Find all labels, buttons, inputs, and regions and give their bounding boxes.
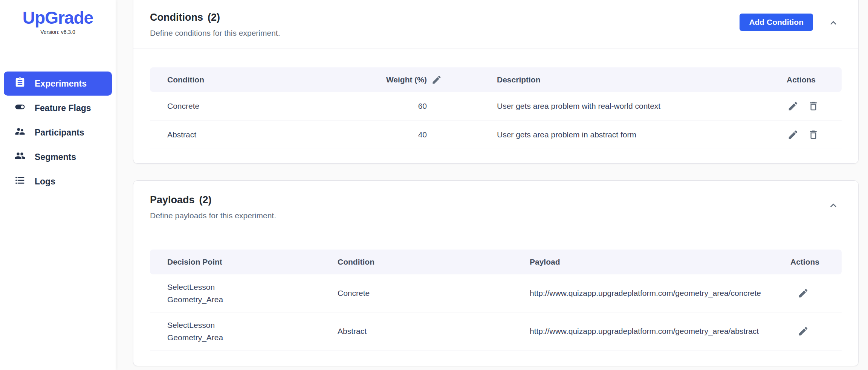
people-icon xyxy=(14,126,26,139)
condition-weight: 40 xyxy=(323,130,442,139)
column-header-description: Description xyxy=(442,75,768,84)
conditions-collapse-button[interactable] xyxy=(827,17,839,30)
sidebar-item-experiments[interactable]: Experiments xyxy=(4,72,112,96)
app-logo: UpGrade xyxy=(0,8,116,27)
edit-weights-icon[interactable] xyxy=(431,75,442,85)
pencil-icon xyxy=(787,107,799,113)
sidebar-item-participants[interactable]: Participants xyxy=(4,120,112,145)
payloads-title: Payloads xyxy=(150,194,195,206)
column-header-condition: Condition xyxy=(150,75,323,84)
column-header-actions: Actions xyxy=(790,257,842,266)
sidebar-item-segments[interactable]: Segments xyxy=(4,145,112,169)
payloads-table: Decision Point Condition Payload Actions… xyxy=(150,250,842,350)
column-header-decision-point: Decision Point xyxy=(150,257,320,266)
pencil-icon xyxy=(798,332,809,338)
chevron-up-icon xyxy=(827,207,839,213)
payload-value: http://www.quizapp.upgradeplatform.com/g… xyxy=(512,289,790,298)
decision-point-cell: SelectLesson Geometry_Area xyxy=(150,281,320,306)
column-header-weight: Weight (%) xyxy=(323,75,442,85)
payload-condition: Abstract xyxy=(320,327,512,336)
condition-name: Abstract xyxy=(150,130,323,139)
payloads-header-divider xyxy=(133,231,858,231)
toggle-icon xyxy=(14,101,26,115)
sidebar-item-label: Participants xyxy=(35,128,84,138)
column-header-payload: Payload xyxy=(512,257,790,266)
chevron-up-icon xyxy=(827,24,839,30)
condition-weight: 60 xyxy=(323,102,442,111)
condition-description: User gets area problem with real-world c… xyxy=(442,102,768,111)
conditions-header-divider xyxy=(133,49,858,49)
pencil-icon xyxy=(787,136,799,142)
payloads-subtitle: Define payloads for this experiment. xyxy=(150,211,276,220)
payloads-card: Payloads (2) Define payloads for this ex… xyxy=(133,180,859,366)
payload-value: http://www.quizapp.upgradeplatform.com/g… xyxy=(512,327,790,336)
pencil-icon xyxy=(798,294,809,300)
conditions-table: Condition Weight (%) Description Actions… xyxy=(150,67,842,149)
payload-row: SelectLesson Geometry_Area Abstract http… xyxy=(150,312,842,350)
conditions-card: Conditions (2) Define conditions for thi… xyxy=(133,0,859,164)
sidebar-item-label: Segments xyxy=(35,152,76,162)
edit-condition-button[interactable] xyxy=(787,129,799,140)
delete-condition-button[interactable] xyxy=(808,129,819,140)
edit-payload-button[interactable] xyxy=(798,326,809,337)
add-condition-button[interactable]: Add Condition xyxy=(740,14,813,31)
clipboard-icon xyxy=(14,77,26,90)
column-header-condition: Condition xyxy=(320,257,512,266)
app-version: Version: v6.3.0 xyxy=(0,29,116,35)
edit-condition-button[interactable] xyxy=(787,100,799,112)
condition-description: User gets area problem in abstract form xyxy=(442,130,768,139)
conditions-table-header: Condition Weight (%) Description Actions xyxy=(150,67,842,92)
payloads-collapse-button[interactable] xyxy=(827,199,839,213)
conditions-subtitle: Define conditions for this experiment. xyxy=(150,29,280,38)
condition-name: Concrete xyxy=(150,102,323,111)
sidebar-item-logs[interactable]: Logs xyxy=(4,169,112,193)
payloads-count: (2) xyxy=(199,194,212,206)
group-icon xyxy=(14,150,26,164)
list-icon xyxy=(14,175,26,188)
sidebar: UpGrade Version: v6.3.0 Experiments Feat… xyxy=(0,0,116,370)
sidebar-item-label: Logs xyxy=(35,177,55,187)
conditions-title: Conditions xyxy=(150,12,203,23)
condition-row: Concrete 60 User gets area problem with … xyxy=(150,92,842,120)
condition-row: Abstract 40 User gets area problem in ab… xyxy=(150,120,842,149)
sidebar-item-label: Feature Flags xyxy=(35,103,91,113)
payload-condition: Concrete xyxy=(320,289,512,298)
decision-point-cell: SelectLesson Geometry_Area xyxy=(150,319,320,344)
delete-condition-button[interactable] xyxy=(808,100,819,112)
edit-payload-button[interactable] xyxy=(798,288,809,299)
sidebar-nav: Experiments Feature Flags Participants S… xyxy=(0,49,116,193)
trash-icon xyxy=(808,107,819,113)
conditions-count: (2) xyxy=(208,12,220,23)
sidebar-item-feature-flags[interactable]: Feature Flags xyxy=(4,96,112,120)
logo-box: UpGrade Version: v6.3.0 xyxy=(0,0,116,49)
column-header-actions: Actions xyxy=(768,75,842,84)
payloads-table-header: Decision Point Condition Payload Actions xyxy=(150,250,842,274)
conditions-card-header: Conditions (2) Define conditions for thi… xyxy=(133,0,858,38)
trash-icon xyxy=(808,136,819,142)
main-content: Conditions (2) Define conditions for thi… xyxy=(116,0,868,370)
sidebar-item-label: Experiments xyxy=(35,79,87,89)
payloads-card-header: Payloads (2) Define payloads for this ex… xyxy=(133,181,858,220)
payload-row: SelectLesson Geometry_Area Concrete http… xyxy=(150,274,842,312)
